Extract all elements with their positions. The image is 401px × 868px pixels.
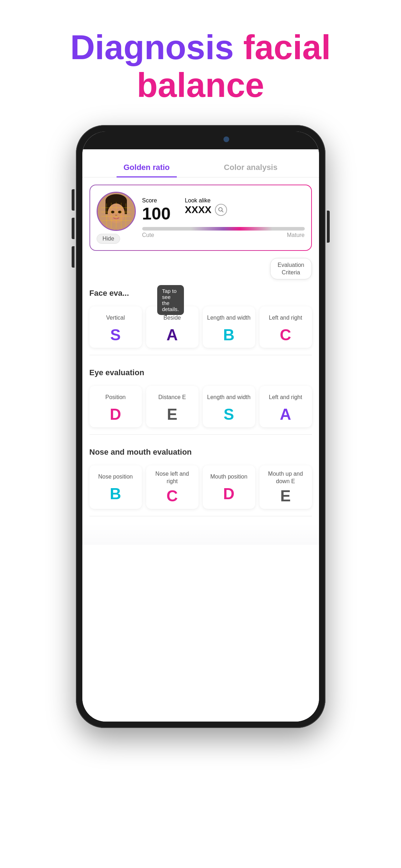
eye-evaluation-section: Eye evaluation	[82, 362, 319, 386]
face-illustration	[98, 193, 135, 230]
face-label-length-width: Length and width	[206, 311, 252, 324]
eye-label-left-right: Left and right	[263, 391, 308, 404]
lookalike-col: Look alike XXXX	[185, 197, 227, 223]
phone-screen: 9:41	[82, 131, 319, 722]
eye-grade-left-right: A	[263, 407, 308, 422]
lookalike-name: XXXX	[185, 204, 212, 216]
phone-wrapper: 9:41	[0, 118, 401, 749]
eval-criteria-label: Evaluation Criteria	[278, 262, 304, 275]
eye-label-length-width: Length and width	[206, 391, 252, 404]
eye-card-position[interactable]: Position D	[89, 386, 142, 427]
face-eval-grid: Vertical S Beside A Length and width B L…	[82, 306, 319, 348]
phone-frame: 9:41	[76, 125, 325, 728]
app-content: Golden ratio Color analysis	[82, 151, 319, 722]
score-label: Score	[142, 197, 157, 203]
avatar	[97, 192, 136, 231]
tooltip-text: Tap to see the details.	[162, 288, 179, 312]
avatar-wrap: Hide	[97, 192, 136, 244]
face-label-vertical: Vertical	[93, 311, 138, 324]
lookalike-row: XXXX	[185, 204, 227, 216]
eye-card-length-width[interactable]: Length and width S	[203, 386, 255, 427]
eval-criteria-wrap: Evaluation Criteria	[89, 258, 312, 279]
tab-golden-ratio[interactable]: Golden ratio	[117, 159, 177, 177]
score-row: Score 100 Look alike XXXX	[142, 197, 305, 223]
spectrum-bar: Cute Mature	[142, 227, 305, 238]
face-card-vertical[interactable]: Vertical S	[89, 306, 142, 348]
search-icon	[218, 207, 224, 213]
nose-card-position[interactable]: Nose position B	[89, 465, 142, 509]
face-grade-length-width: B	[206, 327, 252, 343]
face-grade-vertical: S	[93, 327, 138, 343]
eye-eval-grid: Position D Distance E E Length and width…	[82, 386, 319, 427]
tooltip-bubble: Tap to see the details.	[157, 285, 184, 315]
divider-3	[89, 516, 312, 516]
eye-card-distance[interactable]: Distance E E	[146, 386, 199, 427]
score-number: 100	[142, 204, 171, 223]
mouth-card-position[interactable]: Mouth position D	[203, 465, 255, 509]
eye-label-position: Position	[93, 391, 138, 404]
notch	[154, 131, 247, 147]
spectrum-labels: Cute Mature	[142, 232, 305, 238]
score-col: Score 100	[142, 197, 171, 223]
face-card-length-width[interactable]: Length and width B	[203, 306, 255, 348]
face-grade-left-right: C	[263, 327, 308, 343]
nose-mouth-section: Nose and mouth evaluation	[82, 442, 319, 465]
hero-word-diagnosis: Diagnosis	[70, 28, 234, 66]
eye-grade-distance: E	[150, 407, 195, 422]
hero-word-balance: balance	[137, 66, 264, 104]
spectrum-right-label: Mature	[287, 232, 305, 238]
divider-2	[89, 434, 312, 435]
face-evaluation-section: Face eva... Tap to see the details.	[82, 283, 319, 306]
tab-color-analysis[interactable]: Color analysis	[217, 159, 284, 177]
nose-label-left-right: Nose left and right	[150, 470, 195, 485]
face-grade-beside: A	[150, 327, 195, 343]
nose-card-left-right[interactable]: Nose left and right C	[146, 465, 199, 509]
nose-mouth-title: Nose and mouth evaluation	[89, 448, 312, 457]
score-card: Hide Score 100 Look alike	[89, 185, 312, 251]
bottom-fade	[82, 523, 319, 545]
eye-card-left-right[interactable]: Left and right A	[259, 386, 312, 427]
nose-mouth-eval-grid: Nose position B Nose left and right C Mo…	[82, 465, 319, 509]
nose-grade-left-right: C	[150, 488, 195, 504]
spectrum-left-label: Cute	[142, 232, 154, 238]
mouth-card-up-down[interactable]: Mouth up and down E E	[259, 465, 312, 509]
eye-grade-length-width: S	[206, 407, 252, 422]
nose-label-position: Nose position	[93, 470, 138, 483]
tabs-bar: Golden ratio Color analysis	[82, 151, 319, 177]
face-card-left-right[interactable]: Left and right C	[259, 306, 312, 348]
eye-label-distance: Distance E	[150, 391, 195, 404]
lookalike-label: Look alike	[185, 197, 211, 203]
svg-line-20	[222, 211, 223, 212]
mouth-grade-position: D	[206, 486, 252, 502]
hero-title: Diagnosis facial balance	[0, 0, 401, 118]
eye-evaluation-title: Eye evaluation	[89, 368, 312, 377]
face-label-left-right: Left and right	[263, 311, 308, 324]
spectrum-track	[142, 227, 305, 231]
search-button[interactable]	[215, 204, 227, 216]
hide-button[interactable]: Hide	[97, 234, 120, 244]
hero-word-facial: facial	[243, 28, 330, 66]
mouth-label-up-down: Mouth up and down E	[263, 470, 308, 485]
mouth-label-position: Mouth position	[206, 470, 252, 483]
eval-criteria-button[interactable]: Evaluation Criteria	[270, 258, 312, 279]
score-info: Score 100 Look alike XXXX	[142, 197, 305, 238]
nose-grade-position: B	[93, 486, 138, 502]
divider-1	[89, 355, 312, 355]
eye-grade-position: D	[93, 407, 138, 422]
mouth-grade-up-down: E	[263, 488, 308, 504]
notch-camera	[223, 136, 229, 142]
face-evaluation-title: Face eva...	[89, 289, 129, 298]
